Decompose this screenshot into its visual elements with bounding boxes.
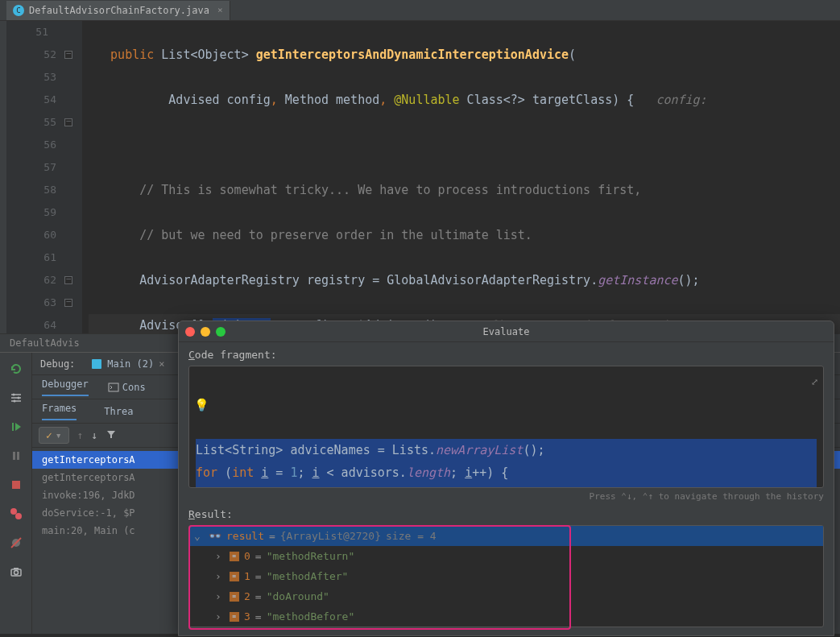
line-number: 64 — [43, 319, 56, 331]
debug-tab-name: Main (2) — [107, 358, 154, 370]
result-item-row[interactable]: ›≡2 = "doAround" — [189, 586, 823, 606]
chevron-right-icon[interactable]: › — [215, 610, 225, 623]
fold-toggle-icon[interactable] — [64, 299, 72, 307]
chevron-right-icon[interactable]: › — [215, 570, 225, 582]
camera-icon[interactable] — [8, 564, 24, 580]
left-tool-strip — [0, 21, 6, 333]
line-number: 51 — [35, 26, 48, 38]
code-fragment-label: Code fragment: — [188, 349, 824, 361]
window-controls — [185, 327, 226, 337]
svg-rect-4 — [13, 452, 15, 460]
watch-icon: 👓 — [209, 530, 221, 542]
close-window-icon[interactable] — [185, 327, 195, 337]
array-index-icon: ≡ — [230, 612, 239, 622]
pause-icon[interactable] — [8, 448, 24, 464]
array-index-icon: ≡ — [230, 592, 239, 602]
close-icon[interactable]: × — [159, 358, 164, 370]
dialog-title: Evaluate — [179, 326, 834, 337]
svg-point-2 — [13, 400, 15, 403]
maximize-window-icon[interactable] — [216, 327, 226, 337]
evaluate-dialog[interactable]: Evaluate Code fragment: 💡 ⤢ List<String>… — [178, 321, 834, 636]
line-number: 54 — [43, 93, 56, 105]
dialog-titlebar[interactable]: Evaluate — [179, 321, 834, 342]
svg-rect-6 — [12, 481, 20, 489]
svg-rect-13 — [14, 568, 19, 569]
line-number: 57 — [43, 161, 56, 173]
result-tree[interactable]: ⌄ 👓 result = {ArrayList@2720} size = 4 ›… — [188, 525, 824, 627]
debugger-tab[interactable]: Debugger — [42, 378, 89, 396]
expand-icon[interactable]: ⤢ — [811, 371, 818, 394]
view-breakpoints-icon[interactable] — [8, 506, 24, 522]
tab-filename: DefaultAdvisorChainFactory.java — [29, 5, 209, 16]
prev-frame-icon[interactable]: ↑ — [77, 429, 84, 441]
intention-bulb-icon[interactable]: 💡 — [194, 394, 207, 407]
result-label: Result: — [188, 508, 824, 520]
breadcrumb-item[interactable]: DefaultAdvis — [10, 337, 80, 349]
threads-label[interactable]: Threa — [104, 406, 133, 417]
array-index-icon: ≡ — [230, 552, 239, 561]
result-item-row[interactable]: ›≡0 = "methodReturn" — [189, 546, 823, 566]
line-number: 52 — [43, 48, 56, 60]
svg-rect-5 — [17, 452, 19, 460]
line-number: 61 — [43, 251, 56, 263]
fold-toggle-icon[interactable] — [64, 276, 72, 284]
fold-toggle-icon[interactable] — [64, 51, 72, 59]
line-gutter: 51 52 53 54 55 56 57 58 59 60 61 62 63 6… — [6, 21, 63, 333]
line-number: 56 — [43, 139, 56, 151]
thread-dropdown[interactable]: ✓ ▾ — [39, 427, 69, 444]
line-number: 63 — [43, 296, 56, 308]
debug-label: Debug: — [40, 358, 75, 370]
array-index-icon: ≡ — [230, 572, 239, 581]
result-item-row[interactable]: ›≡3 = "methodBefore" — [189, 606, 823, 627]
svg-point-0 — [12, 394, 14, 396]
result-value: "methodBefore" — [267, 610, 355, 623]
result-value: "methodReturn" — [267, 550, 355, 562]
fold-column — [63, 21, 82, 333]
debug-run-tab[interactable]: Main (2) × — [91, 358, 164, 370]
settings-icon[interactable] — [8, 390, 24, 406]
line-number: 59 — [43, 206, 56, 218]
close-icon[interactable]: × — [217, 5, 223, 15]
chevron-down-icon: ▾ — [56, 429, 62, 441]
run-config-icon — [91, 358, 102, 370]
svg-point-7 — [10, 508, 17, 515]
fold-toggle-icon[interactable] — [64, 118, 72, 126]
result-size: size = 4 — [386, 530, 437, 542]
resume-icon[interactable] — [8, 419, 24, 435]
svg-point-12 — [14, 571, 18, 575]
result-item-row[interactable]: ›≡1 = "methodAfter" — [189, 566, 823, 586]
chevron-right-icon[interactable]: › — [215, 590, 225, 602]
result-value: "doAround" — [267, 590, 329, 602]
minimize-window-icon[interactable] — [201, 327, 210, 337]
result-index: 0 — [244, 550, 250, 562]
code-fragment-input[interactable]: 💡 ⤢ List<String> adviceNames = Lists.new… — [188, 366, 824, 488]
history-hint: Press ⌃↓, ⌃↑ to navigate through the his… — [188, 491, 824, 502]
svg-point-8 — [15, 513, 22, 519]
result-index: 3 — [244, 610, 250, 623]
chevron-right-icon[interactable]: › — [215, 550, 225, 562]
editor-tab-bar: C DefaultAdvisorChainFactory.java × — [0, 0, 840, 21]
line-number: 62 — [43, 274, 56, 286]
filter-icon[interactable] — [106, 428, 117, 442]
mute-breakpoints-icon[interactable] — [8, 535, 24, 551]
svg-rect-15 — [109, 383, 118, 391]
rerun-icon[interactable] — [8, 361, 24, 377]
check-icon: ✓ — [46, 429, 52, 441]
result-type: {ArrayList@2720} — [280, 530, 381, 542]
chevron-down-icon[interactable]: ⌄ — [194, 530, 204, 542]
console-tab[interactable]: Cons — [108, 382, 146, 393]
frames-label[interactable]: Frames — [42, 403, 77, 420]
code-content[interactable]: public List<Object> getInterceptorsAndDy… — [82, 21, 840, 333]
next-frame-icon[interactable]: ↓ — [91, 429, 97, 441]
editor-tab[interactable]: C DefaultAdvisorChainFactory.java × — [6, 1, 230, 20]
java-class-icon: C — [13, 5, 24, 16]
svg-point-1 — [17, 397, 19, 399]
result-var-name: result — [226, 530, 264, 542]
result-root-row[interactable]: ⌄ 👓 result = {ArrayList@2720} size = 4 — [189, 526, 823, 546]
result-index: 1 — [244, 570, 250, 582]
debug-toolbar — [0, 353, 32, 634]
code-editor[interactable]: 51 52 53 54 55 56 57 58 59 60 61 62 63 6… — [0, 21, 840, 333]
line-number: 55 — [43, 116, 56, 128]
stop-icon[interactable] — [8, 477, 24, 493]
line-number: 60 — [43, 229, 56, 241]
